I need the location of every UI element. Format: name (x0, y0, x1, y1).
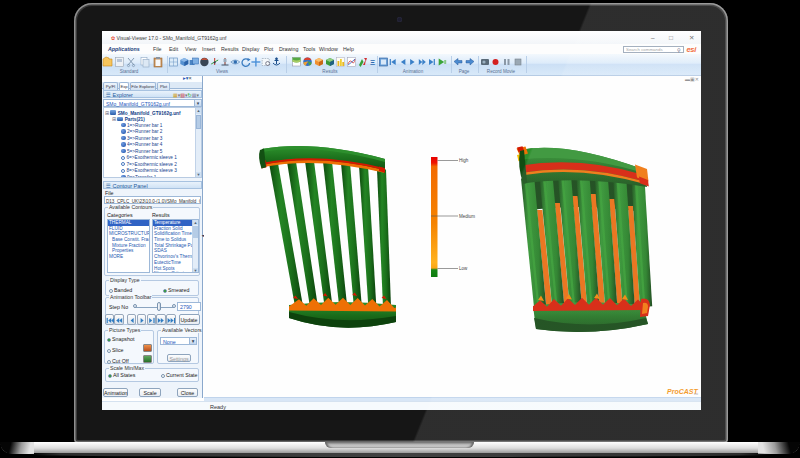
svg-text:Views: Views (216, 69, 229, 74)
svg-text:Animation: Animation (403, 69, 424, 74)
svg-text:Page: Page (459, 69, 470, 74)
svg-text:Standard: Standard (120, 69, 139, 74)
svg-text:Medium: Medium (459, 214, 475, 219)
svg-text:Record Movie: Record Movie (487, 69, 516, 74)
svg-text:esi: esi (694, 392, 698, 396)
svg-text:High: High (459, 158, 469, 163)
svg-text:Results: Results (322, 69, 338, 74)
svg-text:Low: Low (459, 266, 468, 271)
svg-text:Ξ: Ξ (370, 58, 375, 67)
